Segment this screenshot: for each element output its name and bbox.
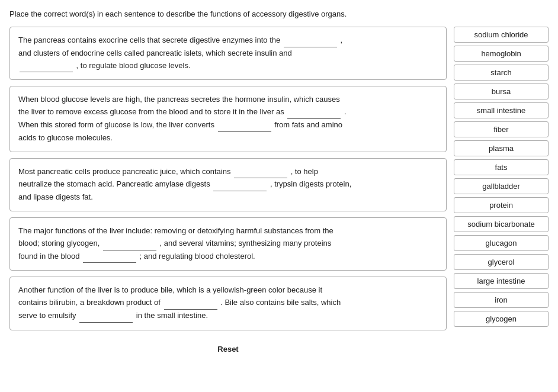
sentence-box-1: The pancreas contains exocrine cells tha… [9,27,447,80]
reset-button[interactable]: Reset [9,345,447,354]
blank-4-2[interactable] [83,250,136,264]
blank-3-2[interactable] [213,178,267,191]
sentence-3-part-4: , trypsin digests protein, [268,179,351,188]
sentence-5-part-5: in the small intestine. [134,311,208,320]
sentence-5-part-3: . Bile also contains bile salts, which [219,298,341,307]
sentence-4-part-5: ; and regulating blood cholesterol. [137,252,255,261]
sentence-2-part-1: When blood glucose levels are high, the … [18,95,340,104]
sentence-4-part-3: , and several vitamins; synthesizing man… [158,239,331,248]
sentences-column: The pancreas contains exocrine cells tha… [9,27,447,354]
blank-5-1[interactable] [164,297,217,310]
sentence-box-2: When blood glucose levels are high, the … [9,86,447,152]
sentence-box-3: Most pancreatic cells produce pancreatic… [9,158,447,211]
blank-2-1[interactable] [287,106,341,119]
blank-1-2[interactable] [20,60,73,73]
word-tile-14[interactable]: iron [454,292,549,308]
word-tile-10[interactable]: sodium bicarbonate [454,216,549,232]
word-tile-11[interactable]: glucagon [454,235,549,251]
sentence-2-period: . [342,107,346,116]
sentence-3-part-2: , to help [288,167,318,176]
word-tile-2[interactable]: starch [454,65,549,81]
word-tile-4[interactable]: small intestine [454,102,549,118]
sentence-3-part-1: Most pancreatic cells produce pancreatic… [18,167,233,176]
sentence-2-part-2: the liver to remove excess glucose from … [18,107,286,116]
word-tile-7[interactable]: fats [454,159,549,175]
word-tile-12[interactable]: glycerol [454,254,549,270]
word-tile-13[interactable]: large intestine [454,273,549,289]
word-tile-15[interactable]: glycogen [454,311,549,327]
word-tile-0[interactable]: sodium chloride [454,27,549,43]
blank-4-1[interactable] [103,237,156,250]
blank-3-1[interactable] [234,166,287,179]
sentence-box-5: Another function of the liver is to prod… [9,277,447,330]
blank-1-1[interactable] [284,34,337,47]
sentence-box-4: The major functions of the liver include… [9,217,447,271]
sentence-2-part-5: acids to glucose molecules. [18,133,113,142]
sentence-4-part-4: found in the blood [18,252,82,261]
sentence-5-part-4: serve to emulsify [18,311,78,320]
sentence-1-part-3: , to regulate blood glucose levels. [74,61,191,70]
word-tile-9[interactable]: protein [454,197,549,213]
word-tile-3[interactable]: bursa [454,83,549,99]
sentence-2-part-3: When this stored form of glucose is low,… [18,120,217,129]
sentence-5-part-1: Another function of the liver is to prod… [18,285,322,294]
sentence-1-part-2: and clusters of endocrine cells called p… [18,49,292,57]
sentence-3-part-5: and lipase digests fat. [18,192,93,201]
sentence-1-part-1: The pancreas contains exocrine cells tha… [18,36,283,44]
words-column: sodium chloridehemoglobinstarchbursasmal… [454,27,549,354]
sentence-3-part-3: neutralize the stomach acid. Pancreatic … [18,179,212,188]
word-tile-8[interactable]: gallbladder [454,178,549,194]
word-tile-6[interactable]: plasma [454,140,549,156]
sentence-1-comma: , [338,36,342,44]
blank-5-2[interactable] [79,310,133,323]
instructions-text: Place the correct word(s) in each senten… [9,9,549,18]
sentence-4-part-2: blood; storing glycogen, [18,239,102,248]
main-layout: The pancreas contains exocrine cells tha… [9,27,549,354]
sentence-2-part-4: from fats and amino [272,120,343,129]
blank-2-2[interactable] [218,119,271,132]
word-tile-1[interactable]: hemoglobin [454,46,549,62]
word-tile-5[interactable]: fiber [454,121,549,137]
sentence-4-part-1: The major functions of the liver include… [18,226,333,235]
sentence-5-part-2: contains bilirubin, a breakdown product … [18,298,163,307]
